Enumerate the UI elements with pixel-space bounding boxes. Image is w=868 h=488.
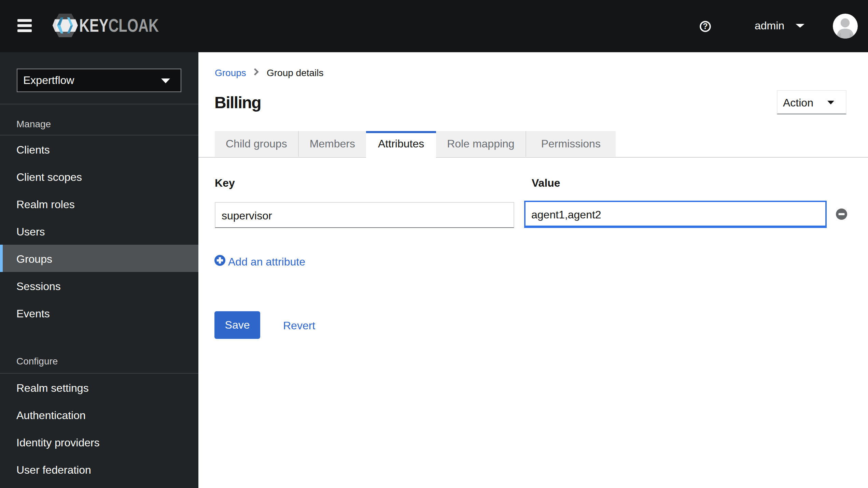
svg-text:KEYCLOAK: KEYCLOAK	[79, 15, 159, 35]
svg-text:?: ?	[703, 22, 708, 31]
